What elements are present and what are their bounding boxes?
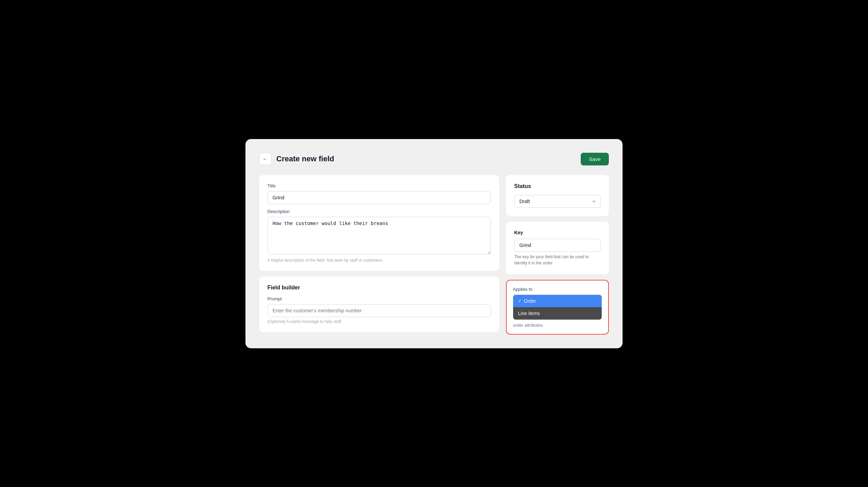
- checkmark-icon: ✓: [518, 298, 522, 303]
- back-icon: ←: [263, 156, 268, 162]
- save-button[interactable]: Save: [581, 153, 609, 165]
- key-card: Key The key for your field that can be u…: [506, 222, 609, 274]
- description-helper: A helpful description of the field. Not …: [267, 258, 491, 263]
- left-column: Title Description How the customer would…: [259, 175, 499, 332]
- dropdown-option-order[interactable]: ✓ Order: [513, 295, 602, 307]
- description-input[interactable]: How the customer would like their breans: [267, 217, 491, 254]
- key-helper: The key for your field that can be used …: [514, 254, 601, 266]
- key-input[interactable]: [514, 239, 601, 252]
- prompt-input[interactable]: [267, 304, 491, 317]
- applies-to-dropdown: ✓ Order Line items: [513, 295, 602, 320]
- applies-to-card: Applies to ✓ Order Line items order attr…: [506, 280, 609, 335]
- prompt-field-group: Prompt (Optional) A useful message to he…: [267, 296, 491, 324]
- title-field-group: Title: [267, 183, 491, 204]
- page-title: Create new field: [276, 154, 334, 163]
- page-container: ← Create new field Save Title Descriptio…: [245, 139, 623, 348]
- dropdown-option-line-items[interactable]: Line items: [513, 307, 602, 320]
- status-card: Status Draft Active: [506, 175, 609, 216]
- back-button[interactable]: ←: [259, 153, 272, 165]
- key-label: Key: [514, 230, 601, 235]
- prompt-label: Prompt: [267, 296, 491, 301]
- field-builder-title: Field builder: [267, 285, 491, 291]
- status-select[interactable]: Draft Active: [514, 195, 601, 208]
- prompt-helper: (Optional) A useful message to help staf…: [267, 319, 491, 324]
- applies-to-value: order attributes: [513, 323, 602, 328]
- status-title: Status: [514, 183, 601, 189]
- page-header: ← Create new field Save: [259, 153, 609, 165]
- title-input[interactable]: [267, 191, 491, 204]
- header-left: ← Create new field: [259, 153, 334, 165]
- title-label: Title: [267, 183, 491, 188]
- description-field-group: Description How the customer would like …: [267, 209, 491, 263]
- right-column: Status Draft Active Key The key for your…: [506, 175, 609, 335]
- field-builder-card: Field builder Prompt (Optional) A useful…: [259, 276, 499, 332]
- option-order-label: Order: [524, 298, 536, 304]
- title-description-card: Title Description How the customer would…: [259, 175, 499, 271]
- description-label: Description: [267, 209, 491, 214]
- content-layout: Title Description How the customer would…: [259, 175, 609, 335]
- applies-to-label: Applies to: [513, 287, 602, 292]
- option-line-items-label: Line items: [518, 311, 540, 316]
